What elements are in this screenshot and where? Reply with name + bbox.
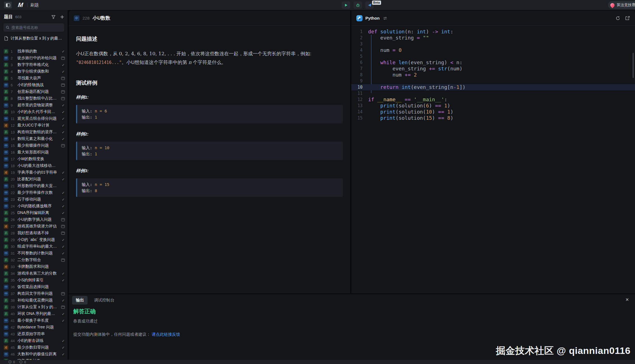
problem-list-item[interactable]: 易35小S的倒排索引✓	[0, 277, 68, 284]
tab-debug-console[interactable]: 调试控制台	[90, 296, 118, 305]
problem-list-item[interactable]: 中21环形数组中的最大贡献值	[0, 183, 68, 189]
problem-list-item[interactable]: 易10小F的永久代币卡回本计划✓	[0, 109, 68, 115]
code-line[interactable]: 11	[351, 90, 635, 96]
code-area[interactable]: 1def solution(n: int) -> int:2 even_stri…	[351, 26, 635, 121]
code-line[interactable]: 7 even_string += str(num)	[351, 66, 635, 72]
problem-list-item[interactable]: 中37构造回文字符串问题	[0, 290, 68, 297]
editor-panel: Python 1def solution(n: int) -> int:2 ev…	[351, 11, 635, 293]
pinned-problem[interactable]: 计算从整数位置 x 到 y 的最少...	[0, 33, 68, 43]
problem-list-item[interactable]: 中22最少字符串操作次数✓	[0, 189, 68, 196]
draft-icon	[60, 218, 65, 221]
user-contest-pill[interactable]: 算法竞技赛	[608, 1, 635, 9]
paper-plane-icon	[368, 3, 372, 7]
problem-list-item[interactable]: 难45最少步数归零问题✓	[0, 344, 68, 351]
problem-list-item[interactable]: 易1找单独的数✓	[0, 48, 68, 55]
code-line[interactable]: 9	[351, 78, 635, 84]
problem-list-item[interactable]: 中18小U的最大连续移动次数问题	[0, 162, 68, 169]
code-line[interactable]: 3	[351, 41, 635, 47]
search-box[interactable]	[3, 23, 64, 32]
code-line[interactable]: 6 while len(even_string) < n:	[351, 59, 635, 66]
problem-list-item[interactable]: 易5寻找最大葫芦	[0, 75, 68, 82]
code-line[interactable]: 10 return int(even_string[n-1])	[351, 84, 635, 90]
problem-list-item[interactable]: 易30组成字符串ku的最大次数✓	[0, 243, 68, 250]
code-line[interactable]: 8 num += 2	[351, 72, 635, 78]
problem-list-item[interactable]: 易34游戏排名第三大的分数✓	[0, 270, 68, 277]
problem-list-item[interactable]: 中16最大矩形面积问题	[0, 149, 68, 156]
problem-list-item[interactable]: 易29小D的 `abc` 变换问题✓	[0, 236, 68, 243]
feedback-link[interactable]: 请点此链接反馈	[152, 332, 180, 337]
code-line[interactable]: 15 print(solution(15) == 8)	[351, 115, 635, 121]
code-line[interactable]: 5	[351, 53, 635, 59]
problem-list-item[interactable]: 易26小U的数字插入问题	[0, 216, 68, 223]
problem-list-item[interactable]: 易47完美偶数计数✓	[0, 358, 68, 360]
problem-list-item[interactable]: 中23石子移动问题✓	[0, 196, 68, 203]
problem-list-item[interactable]: 易28我好想逃却逃不掉	[0, 230, 68, 236]
switch-language-icon[interactable]	[383, 17, 387, 20]
problem-list-item[interactable]: 易4数字分组求偶数和✓	[0, 68, 68, 75]
code-line[interactable]: 1def solution(n: int) -> int:	[351, 29, 635, 35]
warnings-icon[interactable]: !	[19, 360, 22, 363]
problem-number: 8	[11, 96, 15, 101]
problem-list-item[interactable]: 难33卡牌翻面求和问题	[0, 263, 68, 270]
difficulty-badge: 中	[4, 197, 8, 202]
problem-number: 27	[11, 224, 15, 229]
close-icon[interactable]: ×	[625, 296, 629, 303]
problem-list-item[interactable]: 中15最少前缀操作问题	[0, 142, 68, 149]
problem-number: 18	[11, 164, 15, 168]
line-number: 4	[351, 47, 368, 53]
problem-list-item[interactable]: 中6小E的怪物挑战	[0, 82, 68, 88]
problem-item-title: 卡牌翻面求和问题	[17, 264, 58, 269]
editor-scrollbar[interactable]	[632, 53, 634, 78]
problem-list-item[interactable]: 易3数字字符串格式化✓	[0, 61, 68, 68]
problem-list-item[interactable]: 难27游戏英雄升级潜力评估	[0, 223, 68, 230]
description-segment: 个字符是什么。	[192, 60, 226, 65]
code-line[interactable]: 4 num = 0	[351, 47, 635, 53]
problem-list-item[interactable]: 中36饭馆菜品选择问题	[0, 284, 68, 290]
problem-list-item[interactable]: 易39计算从位置 x 到 y 的最...	[0, 304, 68, 310]
problem-list-item[interactable]: 中11观光景点组合得分问题✓	[0, 115, 68, 122]
problem-list-item[interactable]: 中42Bytedance Tree 问题	[0, 324, 68, 331]
debug-button[interactable]	[354, 1, 362, 9]
code-line[interactable]: 13 print(solution(6) == 1)	[351, 103, 635, 109]
plus-icon[interactable]	[60, 15, 64, 19]
problem-list-item[interactable]: 易20比赛配对问题✓	[0, 176, 68, 183]
problem-item-title: 计算从位置 x 到 y 的最...	[17, 305, 58, 310]
reset-code-icon[interactable]	[616, 16, 620, 20]
problem-list-item[interactable]: 易7创意标题匹配问题	[0, 88, 68, 95]
problem-title: 小U数数	[93, 15, 110, 21]
filter-icon[interactable]	[51, 15, 56, 19]
run-button[interactable]	[342, 1, 350, 9]
submit-button[interactable]: Beta	[365, 1, 374, 9]
problem-list-item[interactable]: 易13构造特定数组的逆序拼接✓	[0, 129, 68, 135]
problem-list-item[interactable]: 中41最小替换子串长度✓	[0, 317, 68, 324]
code-line[interactable]: 14 print(solution(10) == 1)	[351, 109, 635, 115]
problem-item-title: 小E的怪物挑战	[17, 82, 58, 87]
problem-list-item[interactable]: 中31不同整数的计数问题✓	[0, 250, 68, 257]
problem-list-item[interactable]: 难19字典序最小的01字符串✓	[0, 169, 68, 176]
problem-list-item[interactable]: 中24小R的随机播放顺序✓	[0, 203, 68, 209]
marscode-logo[interactable]: M	[18, 1, 23, 9]
code-line[interactable]: 2 even_string = ""	[351, 35, 635, 41]
code-line[interactable]: 12if __name__ == '__main__':	[351, 96, 635, 103]
problem-item-title: 小M的数组变换	[17, 156, 58, 162]
problem-list-item[interactable]: 易38补给站最优花费问题✓	[0, 297, 68, 304]
problem-list-item[interactable]: 易44小E的射击训练✓	[0, 337, 68, 344]
open-external-icon[interactable]	[625, 16, 630, 20]
tab-output[interactable]: 输出	[72, 296, 88, 305]
solved-check-icon: ✓	[60, 298, 65, 303]
problem-list-item[interactable]: 中46大数和中的极值位距离✓	[0, 351, 68, 358]
problem-list-item[interactable]: 难12最大UCC子串计算✓	[0, 122, 68, 129]
problem-list-item[interactable]: 易8找出整型数组中占比超过...	[0, 95, 68, 102]
problem-list-item[interactable]: 易25DNA序列编辑距离✓	[0, 209, 68, 216]
problem-list-item[interactable]: 中43还原原始字符串	[0, 331, 68, 337]
problem-list-item[interactable]: 易32二分数字组合	[0, 257, 68, 263]
problem-list-item[interactable]: 易40环状 DNA 序列的最小表...✓	[0, 310, 68, 317]
difficulty-badge: 易	[4, 110, 8, 114]
problem-list-item[interactable]: 中2徒步旅行中的补给问题	[0, 55, 68, 61]
sidebar-toggle-button[interactable]	[4, 2, 12, 8]
errors-icon[interactable]: ×	[8, 360, 12, 363]
problem-list-item[interactable]: 中9超市里的货物架调整✓	[0, 102, 68, 109]
problem-list-item[interactable]: 中14数组元素之和最小化✓	[0, 135, 68, 142]
search-input[interactable]	[12, 26, 62, 30]
problem-list-item[interactable]: 中17小M的数组变换	[0, 156, 68, 162]
